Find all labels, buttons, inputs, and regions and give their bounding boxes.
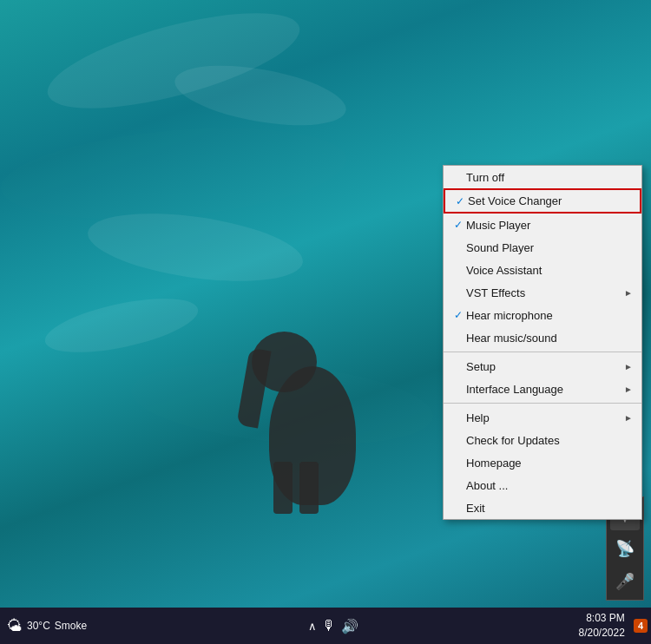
temperature-label: 30°C [27, 620, 50, 632]
taskbar-weather[interactable]: 🌤 30°C Smoke [0, 617, 94, 635]
submenu-arrow-interface-language: ► [621, 384, 633, 394]
tray-microphone-icon[interactable]: 🎙 [322, 618, 336, 634]
menu-label-interface-language: Interface Language [466, 383, 621, 396]
menu-label-hear-music-sound: Hear music/sound [466, 332, 633, 345]
menu-item-homepage[interactable]: Homepage [444, 451, 641, 474]
clock-date: 8/20/2022 [578, 626, 624, 641]
menu-label-turn-off: Turn off [466, 171, 633, 184]
menu-item-interface-language[interactable]: Interface Language ► [444, 378, 641, 400]
menu-item-exit[interactable]: Exit [444, 496, 641, 519]
clock-time: 8:03 PM [578, 611, 624, 626]
menu-label-about: About ... [466, 479, 633, 492]
menu-item-sound-player[interactable]: Sound Player [444, 236, 641, 259]
menu-item-music-player[interactable]: ✓ Music Player [444, 214, 641, 236]
check-set-voice-changer: ✓ [452, 195, 468, 207]
taskbar-clock[interactable]: 8:03 PM 8/20/2022 [573, 611, 629, 641]
taskbar-right: 8:03 PM 8/20/2022 4 [573, 611, 651, 641]
menu-item-turn-off[interactable]: Turn off [444, 166, 641, 188]
tray-icon-2[interactable]: 📡 [610, 534, 640, 563]
tray-chevron[interactable]: ∧ [308, 620, 317, 633]
menu-item-about[interactable]: About ... [444, 474, 641, 496]
tray-volume-icon[interactable]: 🔊 [341, 618, 358, 634]
menu-label-set-voice-changer: Set Voice Changer [468, 194, 631, 207]
tray-icon-3[interactable]: 🎤 [610, 567, 640, 596]
context-menu: Turn off ✓ Set Voice Changer ✓ Music Pla… [443, 165, 642, 520]
weather-condition-label: Smoke [55, 620, 87, 632]
submenu-arrow-vst: ► [621, 288, 633, 298]
system-tray: ∧ 🎙 🔊 [305, 618, 362, 634]
notification-badge[interactable]: 4 [634, 619, 648, 633]
separator-2 [444, 403, 641, 404]
menu-label-vst-effects: VST Effects [466, 286, 621, 299]
elephant-silhouette [243, 279, 399, 505]
check-music-player: ✓ [450, 219, 466, 231]
menu-item-check-updates[interactable]: Check for Updates [444, 429, 641, 451]
menu-label-hear-microphone: Hear microphone [466, 309, 633, 322]
submenu-arrow-help: ► [621, 413, 633, 423]
weather-icon: 🌤 [7, 617, 23, 635]
menu-item-vst-effects[interactable]: VST Effects ► [444, 281, 641, 304]
menu-label-music-player: Music Player [466, 219, 633, 232]
menu-label-homepage: Homepage [466, 457, 633, 470]
submenu-arrow-setup: ► [621, 362, 633, 371]
menu-item-help[interactable]: Help ► [444, 406, 641, 429]
menu-item-set-voice-changer[interactable]: ✓ Set Voice Changer [444, 188, 641, 214]
menu-label-exit: Exit [466, 502, 633, 515]
menu-item-voice-assistant[interactable]: Voice Assistant [444, 259, 641, 281]
menu-label-setup: Setup [466, 360, 621, 373]
taskbar: 🌤 30°C Smoke ∧ 🎙 🔊 8:03 PM 8/20/2022 4 [0, 608, 651, 644]
check-hear-microphone: ✓ [450, 309, 466, 321]
menu-label-check-updates: Check for Updates [466, 434, 633, 447]
menu-item-setup[interactable]: Setup ► [444, 355, 641, 378]
menu-label-help: Help [466, 411, 621, 424]
menu-label-voice-assistant: Voice Assistant [466, 264, 633, 277]
menu-item-hear-music-sound[interactable]: Hear music/sound [444, 326, 641, 349]
menu-item-hear-microphone[interactable]: ✓ Hear microphone [444, 304, 641, 326]
separator-1 [444, 352, 641, 352]
menu-label-sound-player: Sound Player [466, 241, 633, 254]
